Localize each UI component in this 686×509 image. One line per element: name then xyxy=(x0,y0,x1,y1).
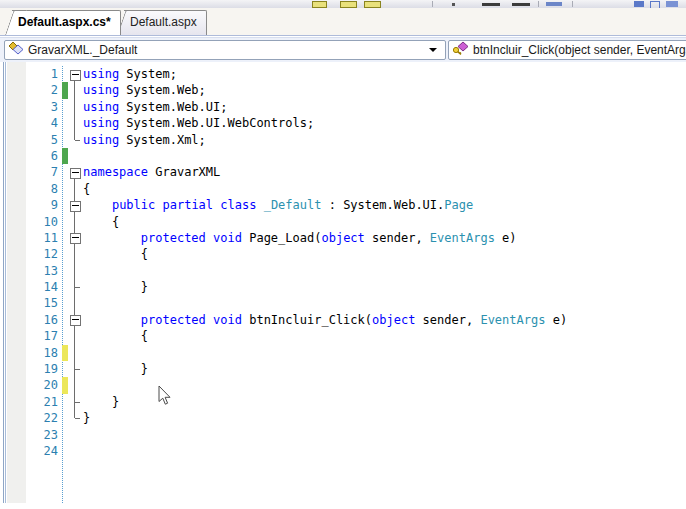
code-line[interactable]: 22} xyxy=(26,410,567,426)
code-line[interactable]: 6 xyxy=(26,148,567,164)
code-line[interactable]: 14 } xyxy=(26,279,567,295)
code-text[interactable]: using System; xyxy=(83,66,177,82)
editor-left-border xyxy=(3,62,4,503)
code-line[interactable]: 18 xyxy=(26,345,567,361)
code-token: sender, xyxy=(365,231,430,245)
fold-collapse-box[interactable] xyxy=(68,197,83,213)
code-token: { xyxy=(83,215,119,229)
tab-default-aspx-cs[interactable]: Default.aspx.cs* xyxy=(12,10,121,35)
code-line[interactable]: 1using System; xyxy=(26,66,567,82)
code-text[interactable]: protected void Page_Load(object sender, … xyxy=(83,230,517,246)
toolbar-separator xyxy=(432,1,433,7)
collapse-minus-icon[interactable] xyxy=(70,168,81,179)
line-number: 13 xyxy=(26,263,62,279)
code-token: { xyxy=(83,247,148,261)
code-token: } xyxy=(83,280,148,294)
code-token: e) xyxy=(495,231,517,245)
collapse-minus-icon[interactable] xyxy=(70,201,81,212)
code-line[interactable]: 7namespace GravarXML xyxy=(26,164,567,180)
fold-collapse-box[interactable] xyxy=(68,164,83,180)
indicator-margin[interactable] xyxy=(7,62,26,503)
code-line[interactable]: 3using System.Web.UI; xyxy=(26,99,567,115)
code-text[interactable]: { xyxy=(83,214,119,230)
line-number: 18 xyxy=(26,345,62,361)
type-token: EventArgs xyxy=(430,231,495,245)
toolbar-icon-fragment xyxy=(482,3,500,6)
keyword-token: void xyxy=(213,231,242,245)
code-text[interactable]: public partial class _Default : System.W… xyxy=(83,197,473,213)
types-dropdown-value: GravarXML._Default xyxy=(28,43,137,57)
collapse-minus-icon[interactable] xyxy=(70,233,81,244)
fold-collapse-box[interactable] xyxy=(68,230,83,246)
keyword-token: using xyxy=(83,133,119,147)
code-token xyxy=(206,231,213,245)
line-number: 3 xyxy=(26,99,62,115)
fold-collapse-box[interactable] xyxy=(68,312,83,328)
code-line[interactable]: 4using System.Web.UI.WebControls; xyxy=(26,115,567,131)
code-line[interactable]: 8{ xyxy=(26,181,567,197)
code-line[interactable]: 10 { xyxy=(26,214,567,230)
code-line[interactable]: 9 public partial class _Default : System… xyxy=(26,197,567,213)
code-text[interactable]: using System.Web; xyxy=(83,82,206,98)
code-token: GravarXML xyxy=(148,165,220,179)
code-text[interactable]: } xyxy=(83,410,90,426)
fold-margin xyxy=(68,361,83,377)
toolbar-icon-fragment xyxy=(634,1,644,7)
code-line[interactable]: 15 xyxy=(26,295,567,311)
code-line[interactable]: 2using System.Web; xyxy=(26,82,567,98)
code-line[interactable]: 16 protected void btnIncluir_Click(objec… xyxy=(26,312,567,328)
code-line[interactable]: 19 } xyxy=(26,361,567,377)
code-token: } xyxy=(83,395,119,409)
line-number: 17 xyxy=(26,328,62,344)
fold-margin xyxy=(68,115,83,131)
type-token: _Default xyxy=(264,198,322,212)
code-text[interactable]: { xyxy=(83,328,148,344)
code-text[interactable]: } xyxy=(83,361,148,377)
code-line[interactable]: 23 xyxy=(26,427,567,443)
keyword-token: using xyxy=(83,83,119,97)
code-token: sender, xyxy=(415,313,480,327)
editor-left-border xyxy=(5,62,6,503)
code-line[interactable]: 12 { xyxy=(26,246,567,262)
code-text[interactable]: { xyxy=(83,246,148,262)
keyword-token: using xyxy=(83,116,119,130)
toolbar-icon-fragment xyxy=(340,1,357,8)
line-number: 1 xyxy=(26,66,62,82)
code-token: System.Web.UI; xyxy=(119,100,227,114)
code-line[interactable]: 13 xyxy=(26,263,567,279)
line-number: 21 xyxy=(26,394,62,410)
toolbar-icon-fragment xyxy=(546,2,562,6)
code-token: System; xyxy=(119,67,177,81)
code-line[interactable]: 20 xyxy=(26,377,567,393)
code-editor-window: Default.aspx.cs* Default.aspx GravarXML.… xyxy=(0,0,686,509)
code-line[interactable]: 11 protected void Page_Load(object sende… xyxy=(26,230,567,246)
code-editor[interactable]: 1using System;2using System.Web;3using S… xyxy=(0,62,686,509)
code-line[interactable]: 21 } xyxy=(26,394,567,410)
members-dropdown[interactable]: btnIncluir_Click(object sender, EventArg… xyxy=(448,40,686,60)
code-text[interactable]: using System.Web.UI; xyxy=(83,99,228,115)
code-text[interactable]: } xyxy=(83,279,148,295)
types-dropdown[interactable]: GravarXML._Default xyxy=(4,40,446,60)
keyword-token: object xyxy=(321,231,364,245)
code-text[interactable]: protected void btnIncluir_Click(object s… xyxy=(83,312,567,328)
code-text[interactable]: using System.Xml; xyxy=(83,132,206,148)
collapse-minus-icon[interactable] xyxy=(70,315,81,326)
toolbar-icon-fragment xyxy=(512,3,530,6)
class-icon xyxy=(8,41,24,59)
mouse-cursor xyxy=(158,386,172,410)
code-text[interactable]: using System.Web.UI.WebControls; xyxy=(83,115,314,131)
fold-margin xyxy=(68,295,83,311)
code-text[interactable]: } xyxy=(83,394,119,410)
tab-default-aspx[interactable]: Default.aspx xyxy=(124,10,207,35)
code-token: System.Xml; xyxy=(119,133,206,147)
code-text[interactable]: namespace GravarXML xyxy=(83,164,220,180)
code-text[interactable]: { xyxy=(83,181,90,197)
code-line[interactable]: 17 { xyxy=(26,328,567,344)
code-line[interactable]: 24 xyxy=(26,443,567,459)
fold-margin xyxy=(68,394,83,410)
toolbar-icon-fragment xyxy=(666,1,678,7)
fold-collapse-box[interactable] xyxy=(68,66,83,82)
code-line[interactable]: 5using System.Xml; xyxy=(26,132,567,148)
toolbar-separator xyxy=(572,1,573,7)
collapse-minus-icon[interactable] xyxy=(70,70,81,81)
